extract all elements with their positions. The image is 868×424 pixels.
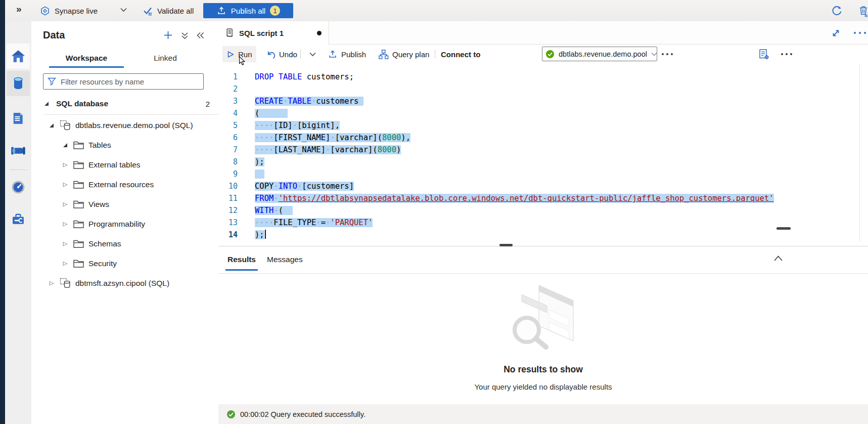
connect-to-dropdown[interactable]: dbtlabs.revenue.demo.pool — [542, 47, 657, 61]
rail-item-monitor[interactable] — [7, 175, 30, 200]
folder-icon — [73, 160, 84, 169]
expander-icon[interactable]: ▷ — [48, 280, 55, 286]
collapse-panel-icon[interactable] — [196, 32, 205, 39]
code-line-4[interactable]: 4( — [218, 107, 868, 119]
rail-item-manage[interactable] — [7, 206, 30, 232]
tab-messages[interactable]: Messages — [267, 247, 303, 272]
splitter-handle[interactable] — [499, 244, 513, 246]
expander-icon[interactable] — [62, 143, 69, 147]
code-line-8[interactable]: 8); — [218, 156, 868, 168]
document-area: SQL script 1 Run — [218, 21, 868, 424]
line-number: 9 — [218, 168, 238, 180]
tree-item-programmability[interactable]: ▷Programmability — [31, 214, 218, 234]
expander-icon[interactable]: ▷ — [62, 221, 69, 227]
code-line-14[interactable]: 14); — [218, 229, 868, 241]
code-line-3[interactable]: 3CREATE·TABLE·customers — [218, 95, 868, 107]
sql-code-editor[interactable]: 1DROP TABLE customers;23CREATE·TABLE·cus… — [218, 64, 868, 246]
undo-button[interactable]: Undo — [262, 46, 301, 62]
expander-icon[interactable]: ▷ — [62, 201, 69, 207]
line-number: 2 — [218, 83, 238, 95]
publish-all-button[interactable]: Publish all 1 — [203, 3, 293, 18]
tree-item-dbtlabs-revenue-demo-pool-sql[interactable]: dbtlabs.revenue.demo.pool (SQL) — [31, 115, 218, 135]
more-options-icon[interactable] — [661, 53, 673, 56]
tree-item-external-resources[interactable]: ▷External resources — [31, 175, 218, 194]
connect-to-label: Connect to — [441, 45, 480, 64]
tab-sql-script-1[interactable]: SQL script 1 — [218, 21, 329, 45]
line-number: 6 — [218, 132, 238, 144]
tree-item-views[interactable]: ▷Views — [31, 194, 218, 214]
pool-icon — [60, 278, 71, 288]
code-line-5[interactable]: 5····[ID]·[bigint], — [218, 119, 868, 132]
expand-editor-icon[interactable] — [831, 28, 841, 38]
divider — [300, 50, 301, 59]
chevron-down-icon[interactable] — [305, 46, 320, 62]
code-line-1[interactable]: 1DROP TABLE customers; — [218, 71, 868, 83]
gauge-icon — [11, 180, 26, 195]
line-number: 4 — [218, 107, 238, 119]
properties-icon[interactable] — [758, 49, 769, 60]
empty-state-title: No results to show — [218, 364, 868, 375]
validate-all-button[interactable]: Validate all — [143, 0, 194, 21]
folder-icon — [73, 180, 84, 189]
expander-icon[interactable] — [48, 123, 55, 128]
horizontal-scrollbar-thumb[interactable] — [776, 227, 791, 230]
code-line-12[interactable]: 12WITH·( — [218, 204, 868, 217]
rail-item-integrate[interactable] — [7, 138, 30, 163]
code-line-10[interactable]: 10COPY·INTO·[customers] — [218, 180, 868, 192]
code-line-9[interactable]: 9 — [218, 168, 868, 180]
expander-icon[interactable] — [43, 102, 50, 106]
more-options-icon[interactable] — [781, 53, 793, 56]
tree-item-schemas[interactable]: ▷Schemas — [31, 234, 218, 253]
line-text: CREATE·TABLE·customers — [255, 95, 363, 107]
pool-name: dbtlabs.revenue.demo.pool — [559, 50, 647, 58]
line-text: DROP TABLE customers; — [255, 71, 354, 83]
synapse-studio-window: » Synapse live Validate all Publish all … — [0, 0, 868, 424]
tab-workspace[interactable]: Workspace — [49, 50, 124, 66]
filter-funnel-icon — [48, 77, 56, 86]
more-options-icon[interactable] — [853, 31, 866, 34]
code-line-7[interactable]: 7····[LAST_NAME]·[varchar](8000) — [218, 144, 868, 156]
refresh-icon[interactable] — [831, 5, 842, 16]
folder-icon — [73, 239, 84, 248]
line-text: ····[LAST_NAME]·[varchar](8000) — [255, 144, 401, 156]
tree-root-sql-database[interactable]: SQL database 2 — [43, 97, 215, 110]
tree-item-security[interactable]: ▷Security — [31, 253, 218, 273]
publish-button[interactable]: Publish — [324, 46, 370, 62]
tree-item-label: External tables — [88, 160, 141, 169]
query-plan-button[interactable]: Query plan — [374, 46, 433, 62]
code-line-6[interactable]: 6····[FIRST_NAME]·[varchar](8000), — [218, 132, 868, 144]
expander-icon[interactable]: ▷ — [62, 260, 69, 267]
chevron-down-icon — [651, 52, 657, 56]
mode-selector[interactable]: Synapse live — [39, 0, 98, 21]
rail-item-data[interactable] — [7, 71, 30, 96]
expander-icon[interactable]: ▷ — [62, 161, 69, 168]
expand-rail-icon[interactable]: » — [16, 4, 22, 15]
validate-all-label: Validate all — [157, 7, 194, 15]
double-chevron-down-icon[interactable] — [181, 32, 189, 39]
rail-item-home[interactable] — [7, 44, 30, 69]
tree-item-dbtmsft-azsyn-cipool-sql[interactable]: ▷dbtmsft.azsyn.cipool (SQL) — [31, 273, 218, 293]
code-line-11[interactable]: 11FROM·'https://dbtlabsynapsedatalake.bl… — [218, 192, 868, 204]
add-icon[interactable] — [163, 30, 173, 40]
chevron-down-icon[interactable] — [120, 8, 127, 12]
expander-icon[interactable]: ▷ — [62, 181, 69, 188]
tree-item-external-tables[interactable]: ▷External tables — [31, 155, 218, 175]
tree-item-tables[interactable]: Tables — [31, 135, 218, 155]
tab-results[interactable]: Results — [227, 247, 256, 272]
rail-item-develop[interactable] — [7, 106, 30, 132]
chevron-up-icon[interactable] — [773, 255, 783, 262]
tree-item-label: Security — [88, 259, 117, 268]
no-results-illustration — [502, 281, 583, 357]
folder-icon — [73, 259, 84, 268]
filter-input[interactable] — [60, 74, 202, 89]
rail-divider — [10, 169, 27, 170]
publish-all-label: Publish all — [231, 7, 265, 15]
tab-linked[interactable]: Linked — [138, 50, 193, 66]
scrollbar-track[interactable] — [859, 64, 860, 242]
folder-icon — [73, 200, 84, 208]
trash-icon[interactable] — [857, 5, 868, 17]
expander-icon[interactable]: ▷ — [62, 240, 69, 247]
top-command-bar: » Synapse live Validate all Publish all … — [5, 0, 868, 22]
code-line-13[interactable]: 13····FILE_TYPE·=·'PARQUET' — [218, 217, 868, 229]
code-line-2[interactable]: 2 — [218, 83, 868, 95]
